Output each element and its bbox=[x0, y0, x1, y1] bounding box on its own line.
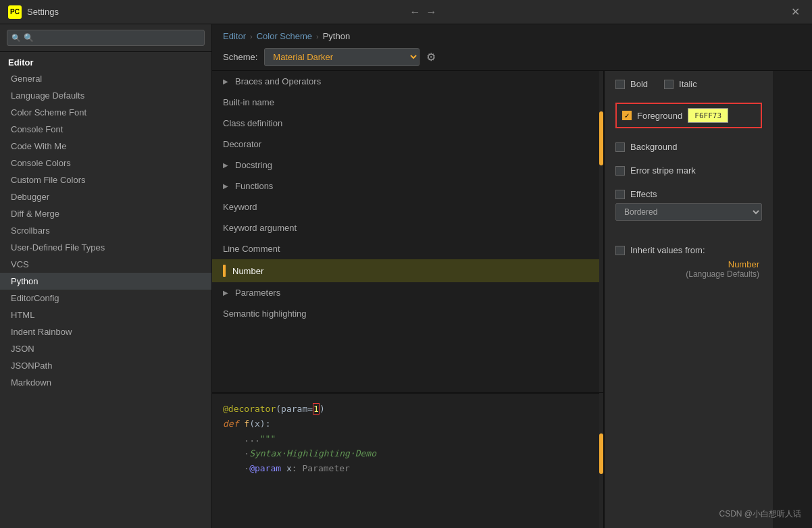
color-list-item-functions[interactable]: ▶Functions bbox=[212, 176, 599, 196]
search-input[interactable] bbox=[7, 30, 205, 46]
breadcrumb-colorscheme[interactable]: Color Scheme bbox=[257, 31, 312, 41]
background-label: Background bbox=[630, 142, 677, 152]
effects-checkbox[interactable] bbox=[615, 190, 625, 199]
inherit-sub: (Language Defaults) bbox=[615, 269, 759, 279]
scheme-label: Scheme: bbox=[223, 52, 257, 62]
italic-label: Italic bbox=[679, 79, 697, 89]
color-list: ▶Braces and OperatorsBuilt-in nameClass … bbox=[212, 71, 599, 392]
middle-area: ▶Braces and OperatorsBuilt-in nameClass … bbox=[212, 71, 812, 528]
color-list-item-keyword[interactable]: Keyword bbox=[212, 196, 599, 217]
color-list-item-docstring[interactable]: ▶Docstring bbox=[212, 155, 599, 176]
sidebar-item-python[interactable]: Python bbox=[0, 273, 211, 290]
top-bar: Editor › Color Scheme › Python Scheme: M… bbox=[212, 24, 812, 71]
sidebar-item-language-defaults[interactable]: Language Defaults bbox=[0, 87, 211, 104]
sidebar-item-debugger[interactable]: Debugger bbox=[0, 188, 211, 205]
preview-scrollbar-thumb[interactable] bbox=[599, 433, 603, 474]
color-list-item-label: Number bbox=[232, 266, 263, 276]
sidebar-item-jsonpath[interactable]: JSONPath bbox=[0, 357, 211, 374]
breadcrumb-sep2: › bbox=[316, 32, 319, 41]
effects-section: Effects Bordered bbox=[615, 189, 762, 221]
breadcrumb-editor[interactable]: Editor bbox=[223, 31, 246, 41]
foreground-label: Foreground bbox=[637, 111, 682, 121]
inherit-row: Inherit values from: bbox=[615, 245, 762, 255]
sidebar-item-editorconfig[interactable]: EditorConfig bbox=[0, 290, 211, 307]
color-list-item-label: Decorator bbox=[223, 139, 261, 149]
foreground-color-swatch[interactable]: F6FF73 bbox=[688, 108, 728, 123]
main-layout: 🔍 Editor GeneralLanguage DefaultsColor S… bbox=[0, 24, 812, 528]
effects-select[interactable]: Bordered bbox=[615, 203, 762, 221]
right-options-panel: Bold Italic Foreground F6FF73 Background bbox=[604, 71, 773, 528]
sidebar-item-html[interactable]: HTML bbox=[0, 307, 211, 323]
italic-checkbox[interactable] bbox=[664, 80, 674, 89]
expand-icon: ▶ bbox=[223, 182, 228, 190]
code-preview: @decorator(param=1) def f(x): ...""" ·Sy… bbox=[212, 393, 599, 528]
foreground-checkbox[interactable] bbox=[622, 111, 632, 120]
bold-checkbox[interactable] bbox=[615, 80, 625, 89]
color-list-item-built-in-name[interactable]: Built-in name bbox=[212, 92, 599, 113]
error-stripe-row: Error stripe mark bbox=[615, 165, 762, 176]
sidebar-item-console-colors[interactable]: Console Colors bbox=[0, 155, 211, 171]
color-list-item-label: Parameters bbox=[235, 288, 280, 298]
search-bar: 🔍 bbox=[0, 24, 211, 52]
scheme-gear-icon[interactable]: ⚙ bbox=[426, 51, 436, 63]
sidebar-item-user-defined-file-types[interactable]: User-Defined File Types bbox=[0, 239, 211, 256]
error-stripe-label: Error stripe mark bbox=[630, 165, 696, 176]
code-line-3: ...""" bbox=[223, 431, 588, 446]
color-list-item-decorator[interactable]: Decorator bbox=[212, 134, 599, 155]
color-list-item-semantic-highlighting[interactable]: Semantic highlighting bbox=[212, 303, 599, 324]
color-list-item-number[interactable]: Number bbox=[212, 259, 599, 282]
inherit-link[interactable]: Number bbox=[615, 259, 759, 269]
left-middle: ▶Braces and OperatorsBuilt-in nameClass … bbox=[212, 71, 604, 528]
preview-scrollbar[interactable] bbox=[599, 393, 603, 528]
sidebar-item-markdown[interactable]: Markdown bbox=[0, 374, 211, 391]
color-list-item-keyword-argument[interactable]: Keyword argument bbox=[212, 217, 599, 238]
color-list-item-label: Docstring bbox=[235, 160, 272, 170]
watermark: CSDN @小白想听人话 bbox=[719, 508, 801, 520]
close-button[interactable]: ✕ bbox=[788, 4, 804, 20]
sidebar-item-general[interactable]: General bbox=[0, 70, 211, 87]
code-line-4: ·Syntax·Highlighting·Demo bbox=[223, 446, 588, 461]
preview-area: @decorator(param=1) def f(x): ...""" ·Sy… bbox=[212, 393, 603, 528]
error-stripe-checkbox[interactable] bbox=[615, 166, 625, 176]
sidebar-section-label: Editor bbox=[0, 52, 211, 70]
background-checkbox[interactable] bbox=[615, 142, 625, 152]
bold-italic-row: Bold Italic bbox=[615, 79, 762, 89]
color-list-item-label: Keyword argument bbox=[223, 223, 297, 233]
sidebar-item-custom-file-colors[interactable]: Custom File Colors bbox=[0, 171, 211, 188]
color-list-item-braces-and-operators[interactable]: ▶Braces and Operators bbox=[212, 71, 599, 92]
sidebar-item-indent-rainbow[interactable]: Indent Rainbow bbox=[0, 323, 211, 340]
effects-row: Effects bbox=[615, 189, 762, 199]
inherit-checkbox[interactable] bbox=[615, 246, 625, 255]
forward-button[interactable]: → bbox=[426, 6, 436, 18]
sidebar-list: GeneralLanguage DefaultsColor Scheme Fon… bbox=[0, 70, 211, 528]
sidebar-item-color-scheme-font[interactable]: Color Scheme Font bbox=[0, 104, 211, 121]
sidebar-item-code-with-me[interactable]: Code With Me bbox=[0, 138, 211, 155]
sidebar-item-vcs[interactable]: VCS bbox=[0, 256, 211, 273]
sidebar-item-scrollbars[interactable]: Scrollbars bbox=[0, 222, 211, 239]
active-bar-indicator bbox=[223, 265, 226, 277]
color-list-scrollbar[interactable] bbox=[599, 71, 603, 392]
search-icon: 🔍 bbox=[11, 34, 21, 43]
color-list-scrollbar-thumb[interactable] bbox=[599, 111, 603, 165]
back-button[interactable]: ← bbox=[409, 6, 420, 18]
foreground-section: Foreground F6FF73 bbox=[615, 103, 762, 128]
sidebar-item-diff-&-merge[interactable]: Diff & Merge bbox=[0, 205, 211, 222]
breadcrumb-python: Python bbox=[323, 31, 350, 41]
content-area: Editor › Color Scheme › Python Scheme: M… bbox=[212, 24, 812, 528]
sidebar-item-console-font[interactable]: Console Font bbox=[0, 121, 211, 138]
color-list-item-label: Line Comment bbox=[223, 244, 280, 254]
expand-icon: ▶ bbox=[223, 78, 228, 85]
color-list-item-class-definition[interactable]: Class definition bbox=[212, 113, 599, 134]
inherit-label: Inherit values from: bbox=[630, 245, 705, 255]
scheme-select[interactable]: Material Darker bbox=[264, 48, 420, 66]
sidebar-item-json[interactable]: JSON bbox=[0, 340, 211, 357]
bold-label: Bold bbox=[630, 79, 648, 89]
color-list-item-line-comment[interactable]: Line Comment bbox=[212, 238, 599, 259]
expand-icon: ▶ bbox=[223, 161, 228, 169]
foreground-row: Foreground F6FF73 bbox=[622, 108, 755, 123]
color-list-item-parameters[interactable]: ▶Parameters bbox=[212, 282, 599, 303]
color-list-item-label: Functions bbox=[235, 181, 273, 191]
breadcrumb: Editor › Color Scheme › Python bbox=[223, 31, 801, 41]
inherit-link-area: Number (Language Defaults) bbox=[615, 259, 762, 279]
background-row: Background bbox=[615, 142, 762, 152]
